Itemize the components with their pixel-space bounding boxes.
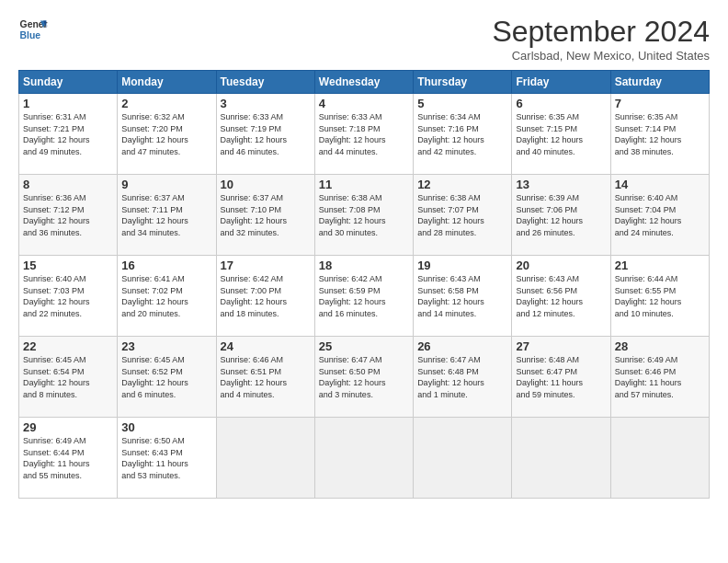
day-number: 16 [121, 259, 211, 272]
calendar-cell: 1Sunrise: 6:31 AM Sunset: 7:21 PM Daylig… [19, 94, 118, 175]
day-info: Sunrise: 6:49 AM Sunset: 6:46 PM Dayligh… [615, 354, 705, 400]
calendar-cell: 12Sunrise: 6:38 AM Sunset: 7:07 PM Dayli… [414, 175, 512, 256]
svg-text:Blue: Blue [20, 30, 41, 40]
week-row-4: 22Sunrise: 6:45 AM Sunset: 6:54 PM Dayli… [19, 337, 710, 418]
weekday-thursday: Thursday [414, 71, 512, 94]
calendar-cell: 6Sunrise: 6:35 AM Sunset: 7:15 PM Daylig… [512, 94, 610, 175]
day-number: 12 [417, 178, 507, 191]
day-number: 4 [319, 97, 409, 110]
day-number: 13 [516, 178, 606, 191]
calendar-cell: 22Sunrise: 6:45 AM Sunset: 6:54 PM Dayli… [19, 337, 118, 418]
calendar-cell: 28Sunrise: 6:49 AM Sunset: 6:46 PM Dayli… [610, 337, 709, 418]
day-number: 3 [221, 97, 311, 110]
calendar-cell: 19Sunrise: 6:43 AM Sunset: 6:58 PM Dayli… [414, 256, 512, 337]
day-info: Sunrise: 6:40 AM Sunset: 7:03 PM Dayligh… [23, 273, 113, 319]
week-row-2: 8Sunrise: 6:36 AM Sunset: 7:12 PM Daylig… [19, 175, 710, 256]
calendar-cell: 10Sunrise: 6:37 AM Sunset: 7:10 PM Dayli… [216, 175, 314, 256]
calendar-cell: 23Sunrise: 6:45 AM Sunset: 6:52 PM Dayli… [118, 337, 216, 418]
day-info: Sunrise: 6:46 AM Sunset: 6:51 PM Dayligh… [221, 354, 311, 400]
calendar-cell: 3Sunrise: 6:33 AM Sunset: 7:19 PM Daylig… [216, 94, 314, 175]
day-info: Sunrise: 6:35 AM Sunset: 7:15 PM Dayligh… [516, 111, 606, 157]
day-info: Sunrise: 6:41 AM Sunset: 7:02 PM Dayligh… [121, 273, 211, 319]
day-number: 23 [121, 339, 211, 353]
day-info: Sunrise: 6:38 AM Sunset: 7:08 PM Dayligh… [319, 192, 409, 238]
day-info: Sunrise: 6:38 AM Sunset: 7:07 PM Dayligh… [417, 192, 507, 238]
day-info: Sunrise: 6:42 AM Sunset: 6:59 PM Dayligh… [319, 273, 409, 319]
day-number: 24 [221, 339, 311, 353]
day-info: Sunrise: 6:39 AM Sunset: 7:06 PM Dayligh… [516, 192, 606, 238]
day-number: 6 [516, 97, 606, 110]
day-info: Sunrise: 6:45 AM Sunset: 6:52 PM Dayligh… [121, 354, 211, 400]
calendar-cell: 5Sunrise: 6:34 AM Sunset: 7:16 PM Daylig… [414, 94, 512, 175]
calendar-cell: 20Sunrise: 6:43 AM Sunset: 6:56 PM Dayli… [512, 256, 610, 337]
day-number: 30 [121, 420, 211, 434]
day-info: Sunrise: 6:49 AM Sunset: 6:44 PM Dayligh… [23, 435, 113, 481]
day-info: Sunrise: 6:36 AM Sunset: 7:12 PM Dayligh… [23, 192, 113, 238]
day-number: 20 [516, 259, 606, 272]
calendar-cell: 2Sunrise: 6:32 AM Sunset: 7:20 PM Daylig… [118, 94, 216, 175]
day-number: 1 [23, 97, 113, 110]
calendar-cell: 8Sunrise: 6:36 AM Sunset: 7:12 PM Daylig… [19, 175, 118, 256]
day-info: Sunrise: 6:40 AM Sunset: 7:04 PM Dayligh… [615, 192, 705, 238]
day-number: 2 [121, 97, 211, 110]
day-info: Sunrise: 6:50 AM Sunset: 6:43 PM Dayligh… [121, 435, 211, 481]
day-info: Sunrise: 6:43 AM Sunset: 6:56 PM Dayligh… [516, 273, 606, 319]
weekday-friday: Friday [512, 71, 610, 94]
page: General Blue September 2024 Carlsbad, Ne… [0, 0, 728, 563]
day-number: 15 [23, 259, 113, 272]
day-number: 8 [23, 178, 113, 191]
calendar-cell [512, 418, 610, 499]
day-number: 29 [23, 420, 113, 434]
day-info: Sunrise: 6:48 AM Sunset: 6:47 PM Dayligh… [516, 354, 606, 400]
calendar-cell [314, 418, 413, 499]
day-number: 27 [516, 339, 606, 353]
calendar-cell: 29Sunrise: 6:49 AM Sunset: 6:44 PM Dayli… [19, 418, 118, 499]
logo: General Blue [18, 15, 48, 44]
weekday-saturday: Saturday [610, 71, 709, 94]
calendar-cell [610, 418, 709, 499]
calendar-cell: 17Sunrise: 6:42 AM Sunset: 7:00 PM Dayli… [216, 256, 314, 337]
day-number: 9 [121, 178, 211, 191]
calendar-cell: 4Sunrise: 6:33 AM Sunset: 7:18 PM Daylig… [314, 94, 413, 175]
weekday-sunday: Sunday [19, 71, 118, 94]
calendar-cell: 13Sunrise: 6:39 AM Sunset: 7:06 PM Dayli… [512, 175, 610, 256]
weekday-tuesday: Tuesday [216, 71, 314, 94]
day-info: Sunrise: 6:47 AM Sunset: 6:50 PM Dayligh… [319, 354, 409, 400]
day-info: Sunrise: 6:44 AM Sunset: 6:55 PM Dayligh… [615, 273, 705, 319]
calendar-cell: 15Sunrise: 6:40 AM Sunset: 7:03 PM Dayli… [19, 256, 118, 337]
calendar-cell: 18Sunrise: 6:42 AM Sunset: 6:59 PM Dayli… [314, 256, 413, 337]
day-info: Sunrise: 6:45 AM Sunset: 6:54 PM Dayligh… [23, 354, 113, 400]
day-number: 5 [417, 97, 507, 110]
calendar-cell: 26Sunrise: 6:47 AM Sunset: 6:48 PM Dayli… [414, 337, 512, 418]
day-info: Sunrise: 6:33 AM Sunset: 7:18 PM Dayligh… [319, 111, 409, 157]
calendar-cell: 25Sunrise: 6:47 AM Sunset: 6:50 PM Dayli… [314, 337, 413, 418]
day-number: 19 [417, 259, 507, 272]
calendar: SundayMondayTuesdayWednesdayThursdayFrid… [18, 70, 710, 499]
day-number: 11 [319, 178, 409, 191]
title-block: September 2024 Carlsbad, New Mexico, Uni… [492, 15, 710, 63]
weekday-header-row: SundayMondayTuesdayWednesdayThursdayFrid… [19, 71, 710, 94]
day-number: 25 [319, 339, 409, 353]
day-number: 7 [615, 97, 705, 110]
logo-icon: General Blue [18, 15, 48, 44]
month-title: September 2024 [492, 15, 710, 49]
day-info: Sunrise: 6:47 AM Sunset: 6:48 PM Dayligh… [417, 354, 507, 400]
calendar-cell: 21Sunrise: 6:44 AM Sunset: 6:55 PM Dayli… [610, 256, 709, 337]
calendar-cell [414, 418, 512, 499]
day-info: Sunrise: 6:37 AM Sunset: 7:10 PM Dayligh… [221, 192, 311, 238]
day-number: 17 [221, 259, 311, 272]
week-row-1: 1Sunrise: 6:31 AM Sunset: 7:21 PM Daylig… [19, 94, 710, 175]
day-number: 18 [319, 259, 409, 272]
day-number: 21 [615, 259, 705, 272]
weekday-wednesday: Wednesday [314, 71, 413, 94]
day-info: Sunrise: 6:34 AM Sunset: 7:16 PM Dayligh… [417, 111, 507, 157]
calendar-cell [216, 418, 314, 499]
week-row-5: 29Sunrise: 6:49 AM Sunset: 6:44 PM Dayli… [19, 418, 710, 499]
calendar-cell: 11Sunrise: 6:38 AM Sunset: 7:08 PM Dayli… [314, 175, 413, 256]
day-info: Sunrise: 6:43 AM Sunset: 6:58 PM Dayligh… [417, 273, 507, 319]
day-number: 22 [23, 339, 113, 353]
header: General Blue September 2024 Carlsbad, Ne… [18, 15, 710, 63]
calendar-cell: 7Sunrise: 6:35 AM Sunset: 7:14 PM Daylig… [610, 94, 709, 175]
day-info: Sunrise: 6:33 AM Sunset: 7:19 PM Dayligh… [221, 111, 311, 157]
day-info: Sunrise: 6:42 AM Sunset: 7:00 PM Dayligh… [221, 273, 311, 319]
